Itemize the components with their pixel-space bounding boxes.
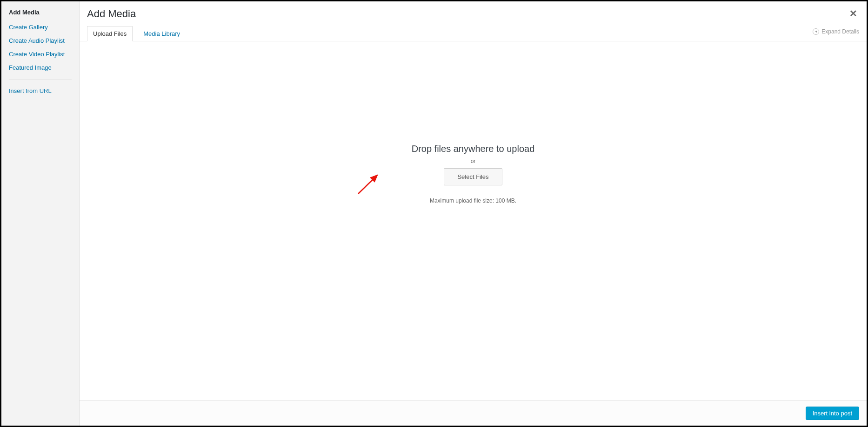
select-files-button[interactable]: Select Files <box>444 168 502 185</box>
close-icon[interactable]: ✕ <box>849 8 857 19</box>
sidebar-divider <box>9 79 72 79</box>
drop-instruction: Drop files anywhere to upload <box>412 144 535 154</box>
svg-line-1 <box>358 175 377 194</box>
insert-into-post-button[interactable]: Insert into post <box>806 407 859 420</box>
tab-media-library[interactable]: Media Library <box>137 26 186 41</box>
media-modal: Add Media Create Gallery Create Audio Pl… <box>1 1 867 426</box>
footer-toolbar: Insert into post <box>80 401 867 426</box>
sidebar-item-featured-image[interactable]: Featured Image <box>9 61 72 74</box>
sidebar-title: Add Media <box>9 9 72 16</box>
expand-details-label: Expand Details <box>821 28 859 35</box>
header: Add Media ✕ <box>80 1 867 26</box>
tabs-bar: Upload Files Media Library ◂ Expand Deta… <box>80 26 867 41</box>
main-panel: Add Media ✕ Upload Files Media Library ◂… <box>80 1 867 426</box>
sidebar-item-create-audio-playlist[interactable]: Create Audio Playlist <box>9 34 72 47</box>
sidebar: Add Media Create Gallery Create Audio Pl… <box>1 1 80 426</box>
expand-details-toggle[interactable]: ◂ Expand Details <box>813 28 859 39</box>
max-upload-text: Maximum upload file size: 100 MB. <box>430 197 516 204</box>
upload-area[interactable]: Drop files anywhere to upload or Select … <box>80 41 867 401</box>
page-title: Add Media <box>87 8 859 20</box>
tabs-left: Upload Files Media Library <box>87 26 186 41</box>
drop-or-label: or <box>471 158 476 164</box>
sidebar-item-create-gallery[interactable]: Create Gallery <box>9 20 72 34</box>
sidebar-item-insert-from-url[interactable]: Insert from URL <box>9 84 72 98</box>
sidebar-item-create-video-playlist[interactable]: Create Video Playlist <box>9 47 72 61</box>
arrow-annotation-icon <box>356 171 382 196</box>
expand-left-icon: ◂ <box>813 28 819 35</box>
tab-upload-files[interactable]: Upload Files <box>87 26 133 41</box>
